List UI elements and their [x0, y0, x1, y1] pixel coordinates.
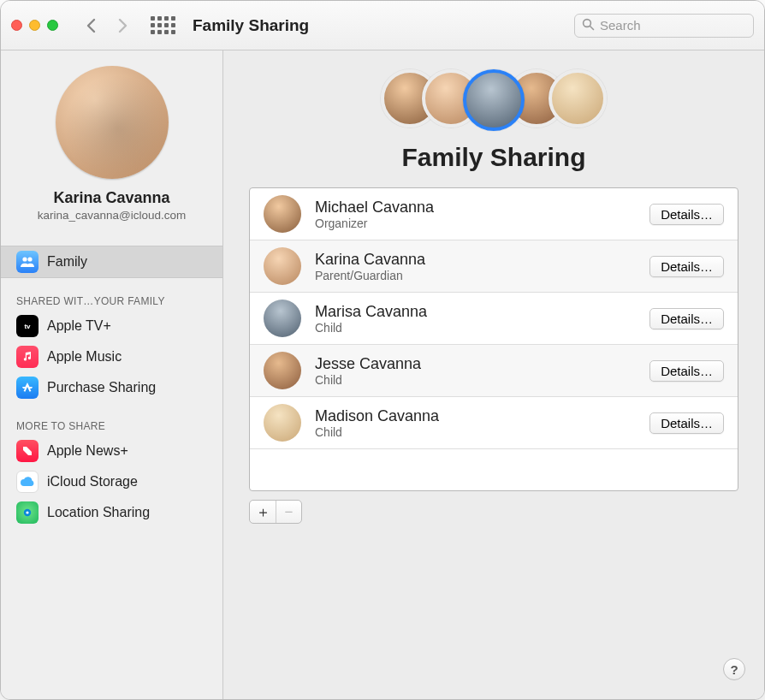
hero-title: Family Sharing — [401, 143, 585, 172]
family-avatar-stack — [381, 69, 607, 131]
member-role: Child — [315, 425, 636, 439]
app-store-icon — [16, 377, 39, 399]
list-empty-space — [250, 449, 738, 490]
zoom-window-button[interactable] — [47, 20, 58, 31]
icloud-icon — [16, 471, 39, 493]
member-role: Child — [315, 321, 636, 335]
sidebar-item-label: iCloud Storage — [47, 474, 138, 489]
member-list-controls: ＋ − — [249, 500, 302, 524]
family-member-row[interactable]: Jesse Cavanna Child Details… — [250, 345, 738, 397]
nav-arrows — [77, 17, 137, 34]
sidebar-item-label: Apple Music — [47, 349, 122, 365]
sidebar-item-icloud-storage[interactable]: iCloud Storage — [1, 466, 222, 497]
member-name: Karina Cavanna — [315, 251, 636, 269]
family-member-row[interactable]: Madison Cavanna Child Details… — [250, 397, 738, 449]
add-member-button[interactable]: ＋ — [250, 501, 276, 523]
svg-point-6 — [26, 511, 28, 513]
account-email: karina_cavanna@icloud.com — [38, 209, 187, 222]
family-hero: Family Sharing — [249, 69, 738, 172]
member-name: Jesse Cavanna — [315, 355, 636, 373]
svg-point-3 — [27, 257, 32, 261]
sidebar-item-apple-news[interactable]: Apple News+ — [1, 436, 222, 466]
family-member-list: Michael Cavanna Organizer Details… Karin… — [249, 187, 738, 491]
show-all-icon[interactable] — [147, 16, 179, 34]
family-icon — [16, 251, 39, 273]
account-name: Karina Cavanna — [53, 189, 169, 207]
account-profile: Karina Cavanna karina_cavanna@icloud.com — [1, 50, 222, 234]
member-role: Parent/Guardian — [315, 269, 636, 282]
details-button[interactable]: Details… — [649, 308, 724, 329]
member-name: Marisa Cavanna — [315, 303, 636, 321]
apple-music-icon — [16, 346, 39, 368]
apple-tv-icon: tv — [16, 315, 39, 337]
details-button[interactable]: Details… — [649, 256, 724, 277]
remove-member-button[interactable]: − — [276, 501, 301, 523]
sidebar-item-label: Family — [47, 254, 87, 270]
family-member-row[interactable]: Michael Cavanna Organizer Details… — [250, 188, 738, 240]
search-icon — [582, 18, 595, 33]
sidebar: Karina Cavanna karina_cavanna@icloud.com… — [1, 50, 223, 699]
sidebar-item-apple-tv[interactable]: tv Apple TV+ — [1, 311, 222, 341]
search-placeholder: Search — [600, 18, 641, 33]
sidebar-item-label: Location Sharing — [47, 505, 150, 520]
apple-news-icon — [16, 440, 39, 462]
details-button[interactable]: Details… — [649, 412, 724, 434]
svg-text:tv: tv — [24, 323, 31, 330]
forward-button[interactable] — [116, 17, 128, 34]
details-button[interactable]: Details… — [649, 204, 724, 225]
svg-line-1 — [590, 26, 594, 29]
sidebar-item-label: Purchase Sharing — [47, 380, 156, 395]
sidebar-item-label: Apple TV+ — [47, 318, 111, 334]
stack-avatar — [463, 69, 525, 131]
window-controls — [11, 20, 67, 31]
help-button[interactable]: ? — [723, 658, 745, 680]
sidebar-item-family[interactable]: Family — [1, 246, 222, 278]
preferences-window: Family Sharing Search Karina Cavanna kar… — [0, 0, 765, 700]
family-member-row[interactable]: Karina Cavanna Parent/Guardian Details… — [250, 240, 738, 293]
location-icon — [16, 501, 39, 524]
member-name: Michael Cavanna — [315, 199, 636, 217]
sidebar-item-apple-music[interactable]: Apple Music — [1, 341, 222, 372]
member-role: Organizer — [315, 217, 636, 230]
sidebar-item-location-sharing[interactable]: Location Sharing — [1, 497, 222, 528]
search-field[interactable]: Search — [574, 14, 754, 38]
member-avatar — [264, 300, 301, 337]
member-avatar — [264, 404, 301, 442]
member-name: Madison Cavanna — [315, 407, 636, 425]
member-avatar — [264, 352, 301, 389]
member-avatar — [264, 247, 301, 285]
toolbar: Family Sharing Search — [1, 1, 764, 50]
sidebar-header-more: MORE TO SHARE — [1, 415, 222, 436]
stack-avatar — [549, 69, 607, 128]
sidebar-header-shared: SHARED WIT…YOUR FAMILY — [1, 290, 222, 311]
family-member-row[interactable]: Marisa Cavanna Child Details… — [250, 293, 738, 345]
window-title: Family Sharing — [189, 16, 309, 35]
svg-point-2 — [22, 257, 27, 261]
details-button[interactable]: Details… — [649, 360, 724, 382]
member-avatar — [264, 195, 301, 233]
minimize-window-button[interactable] — [29, 20, 40, 31]
close-window-button[interactable] — [11, 20, 22, 31]
member-role: Child — [315, 373, 636, 387]
sidebar-item-purchase-sharing[interactable]: Purchase Sharing — [1, 372, 222, 403]
back-button[interactable] — [86, 17, 98, 34]
main-content: Family Sharing Michael Cavanna Organizer… — [223, 50, 764, 699]
sidebar-item-label: Apple News+ — [47, 443, 128, 459]
account-avatar[interactable] — [56, 66, 169, 179]
